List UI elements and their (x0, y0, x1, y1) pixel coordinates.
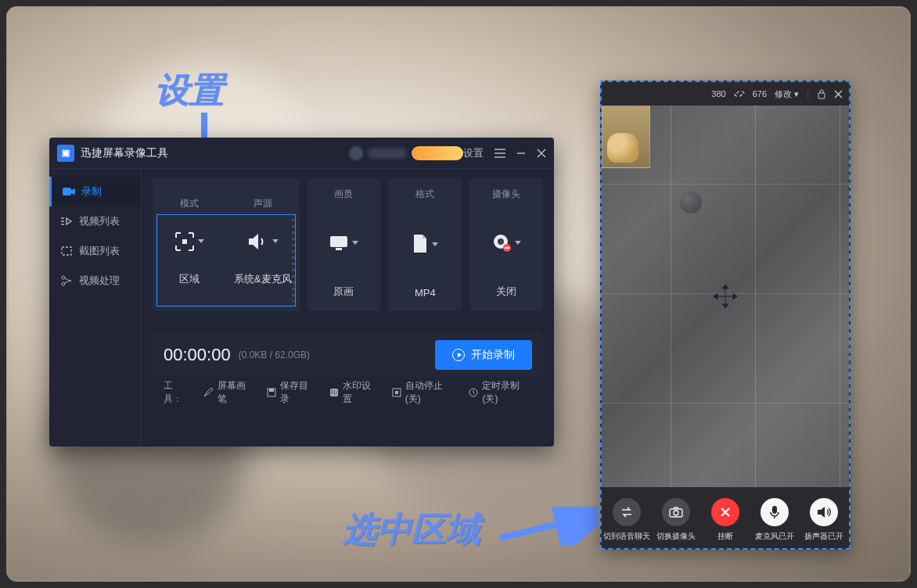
tutorial-frame: 设置 点击 选中区域 ▣ 迅捷屏幕录像工具 设置 (6, 6, 911, 582)
hangup-button[interactable]: 挂断 (702, 498, 749, 542)
sidebar-item-capture-list[interactable]: 截图列表 (49, 236, 141, 266)
recorder-window: ▣ 迅捷屏幕录像工具 设置 (49, 138, 554, 446)
video-feed (602, 106, 849, 487)
sidebar-item-video-list[interactable]: 视频列表 (49, 206, 141, 236)
minimize-icon (516, 149, 526, 158)
svg-point-6 (62, 282, 65, 285)
watermark-icon: 印 (329, 388, 339, 398)
option-value: 系统&麦克风 (234, 272, 292, 286)
tool-scheduled[interactable]: 定时录制(关) (469, 379, 532, 406)
region-close-button[interactable] (834, 90, 843, 99)
sidebar: 录制 视频列表 截图列表 (49, 169, 142, 446)
region-icon (174, 220, 204, 264)
region-width-value: 380 (711, 89, 725, 99)
ceiling-fixture (680, 192, 702, 213)
status-row: 00:00:00 (0.0KB / 62.0GB) 开始录制 (153, 333, 543, 377)
speaker-button[interactable]: 扬声器已开 (800, 498, 847, 542)
clock-icon (469, 388, 478, 398)
call-controls: 切到语音聊天 切换摄像头 挂断 麦克风已开 扬声器已开 (602, 487, 849, 548)
monitor-icon (329, 221, 358, 265)
option-header: 格式 (415, 188, 434, 201)
avatar-icon (349, 146, 363, 160)
list-play-icon (60, 217, 73, 226)
sidebar-item-record[interactable]: 录制 (49, 177, 141, 206)
link-icon[interactable] (734, 90, 745, 98)
play-icon (452, 349, 465, 361)
svg-rect-13 (505, 247, 509, 249)
screenshot-icon (60, 246, 73, 256)
option-value: MP4 (415, 287, 436, 299)
swap-icon (620, 506, 634, 518)
tool-save-dir[interactable]: 保存目录 (267, 379, 315, 406)
switch-to-voice-button[interactable]: 切到语音聊天 (603, 498, 650, 542)
option-card-quality[interactable]: 画质 原画 (307, 178, 381, 311)
mic-button[interactable]: 麦克风已开 (751, 498, 798, 542)
svg-point-5 (62, 276, 65, 279)
app-logo-icon: ▣ (57, 145, 74, 162)
svg-rect-3 (63, 188, 71, 195)
option-header: 摄像头 (492, 188, 520, 201)
sidebar-item-video-process[interactable]: 视频处理 (49, 266, 141, 296)
lock-button[interactable] (817, 89, 826, 99)
sidebar-item-label: 截图列表 (79, 244, 120, 258)
svg-point-11 (498, 238, 504, 245)
option-card-camera[interactable]: 摄像头 关闭 (469, 178, 543, 311)
start-record-button[interactable]: 开始录制 (435, 340, 532, 370)
selection-region-overlay[interactable]: 380 676 修改 ▾ | 切到语音聊天 (600, 81, 850, 550)
svg-rect-8 (330, 236, 347, 247)
lock-icon (817, 89, 826, 99)
save-icon (267, 388, 276, 398)
speaker-icon (817, 506, 831, 518)
svg-rect-9 (336, 248, 342, 250)
promo-pill (412, 146, 463, 160)
titlebar: ▣ 迅捷屏幕录像工具 设置 (49, 138, 554, 169)
close-icon (537, 149, 546, 158)
option-mode[interactable]: 模式 区域 (153, 188, 226, 299)
option-header: 声源 (254, 197, 272, 210)
tool-row: 工具： 屏幕画笔 保存目录 印 水印设置 自动停 (153, 377, 543, 408)
minimize-button[interactable] (516, 149, 526, 158)
option-row: 模式 区域 声源 系统&麦克风 (153, 178, 543, 311)
svg-text:印: 印 (331, 389, 337, 396)
tools-label: 工具： (164, 379, 190, 406)
camera-icon (63, 187, 75, 196)
option-header: 模式 (180, 197, 199, 210)
close-button[interactable] (537, 149, 546, 158)
sidebar-item-label: 录制 (81, 185, 102, 199)
svg-rect-21 (818, 93, 825, 99)
start-record-label: 开始录制 (471, 348, 515, 362)
option-value: 区域 (179, 272, 200, 286)
option-card-mode-source: 模式 区域 声源 系统&麦克风 (153, 178, 300, 311)
settings-button[interactable]: 设置 (463, 146, 484, 160)
account-label (368, 148, 407, 159)
menu-icon (494, 149, 505, 158)
move-icon[interactable] (712, 283, 739, 310)
svg-rect-4 (62, 247, 71, 255)
switch-camera-button[interactable]: 切换摄像头 (653, 498, 699, 542)
svg-rect-19 (395, 391, 398, 394)
option-card-format[interactable]: 格式 MP4 (388, 178, 462, 311)
region-size-bar: 380 676 修改 ▾ | (602, 82, 849, 106)
file-icon (412, 222, 438, 266)
level-meter (292, 219, 295, 302)
menu-button[interactable] (494, 149, 505, 158)
self-preview[interactable] (602, 106, 650, 168)
speaker-icon (247, 220, 279, 264)
camera-icon (669, 507, 683, 518)
tool-watermark[interactable]: 印 水印设置 (329, 379, 378, 406)
option-value: 关闭 (496, 285, 516, 299)
region-height-value: 676 (753, 89, 767, 99)
sidebar-item-label: 视频处理 (79, 274, 120, 288)
option-source[interactable]: 声源 系统&麦克风 (226, 188, 300, 299)
modify-dropdown[interactable]: 修改 ▾ (775, 88, 799, 100)
tool-pen[interactable]: 屏幕画笔 (204, 379, 253, 406)
tool-auto-stop[interactable]: 自动停止(关) (392, 379, 455, 406)
close-icon (834, 90, 843, 99)
svg-rect-7 (182, 239, 187, 244)
svg-rect-15 (269, 389, 274, 392)
stop-icon (392, 388, 401, 398)
account-area[interactable] (349, 146, 463, 160)
sidebar-item-label: 视频列表 (79, 214, 120, 228)
svg-rect-24 (772, 506, 777, 514)
scissors-icon (60, 275, 73, 286)
